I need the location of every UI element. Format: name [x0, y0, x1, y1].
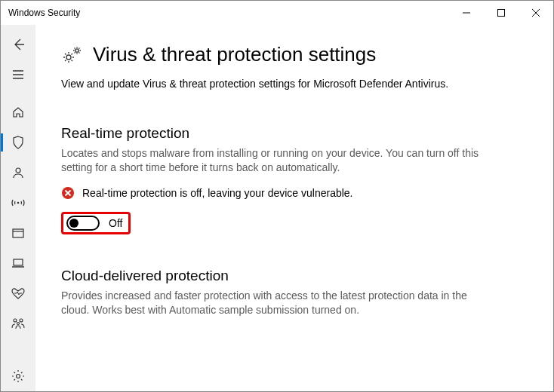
nav-home[interactable]	[1, 97, 35, 127]
cloud-heading: Cloud-delivered protection	[61, 268, 523, 284]
svg-point-14	[20, 319, 23, 322]
svg-point-7	[16, 168, 20, 173]
realtime-description: Locates and stops malware from installin…	[61, 146, 484, 176]
svg-point-13	[14, 319, 17, 322]
laptop-icon	[11, 256, 25, 270]
titlebar: Windows Security	[1, 1, 553, 25]
page-title: Virus & threat protection settings	[93, 43, 376, 66]
svg-point-18	[75, 48, 78, 51]
signal-icon	[11, 196, 26, 210]
minimize-button[interactable]	[449, 1, 484, 25]
nav-virus-protection[interactable]	[1, 127, 35, 158]
hamburger-icon	[11, 68, 25, 81]
gear-icon	[11, 369, 25, 383]
svg-point-17	[66, 55, 71, 60]
window-controls	[449, 1, 553, 25]
sidebar	[1, 25, 35, 391]
realtime-toggle[interactable]	[66, 216, 100, 231]
main-content: Virus & threat protection settings View …	[35, 25, 553, 391]
realtime-warning-text: Real-time protection is off, leaving you…	[82, 187, 352, 199]
back-button[interactable]	[1, 29, 35, 60]
toggle-knob	[69, 219, 78, 228]
home-icon	[11, 106, 25, 119]
maximize-button[interactable]	[484, 1, 519, 25]
gears-icon	[61, 44, 84, 66]
svg-rect-9	[13, 229, 23, 237]
nav-device-security[interactable]	[1, 248, 35, 278]
realtime-warning-row: Real-time protection is off, leaving you…	[61, 186, 523, 200]
nav-family-options[interactable]	[1, 308, 35, 338]
nav-app-browser-control[interactable]	[1, 218, 35, 248]
cloud-description: Provides increased and faster protection…	[61, 289, 484, 318]
heart-icon	[11, 286, 26, 300]
nav-account-protection[interactable]	[1, 158, 35, 188]
highlight-annotation: Off	[61, 212, 131, 234]
person-icon	[11, 166, 25, 179]
nav-device-performance[interactable]	[1, 278, 35, 308]
svg-point-15	[17, 323, 20, 325]
shield-icon	[11, 135, 25, 150]
svg-point-8	[17, 202, 20, 204]
error-icon	[61, 186, 75, 200]
nav-firewall[interactable]	[1, 188, 35, 218]
svg-rect-1	[498, 10, 505, 17]
realtime-toggle-label: Off	[109, 217, 122, 229]
family-icon	[11, 317, 26, 330]
realtime-heading: Real-time protection	[61, 125, 523, 142]
app-icon	[11, 226, 25, 240]
window-title: Windows Security	[8, 8, 449, 18]
back-arrow-icon	[11, 38, 25, 51]
page-header: Virus & threat protection settings	[61, 43, 523, 66]
svg-point-16	[17, 375, 20, 378]
svg-rect-11	[14, 259, 23, 265]
nav-settings[interactable]	[1, 361, 35, 391]
nav-menu-button[interactable]	[1, 60, 35, 90]
close-button[interactable]	[519, 1, 553, 25]
page-description: View and update Virus & threat protectio…	[61, 77, 484, 92]
